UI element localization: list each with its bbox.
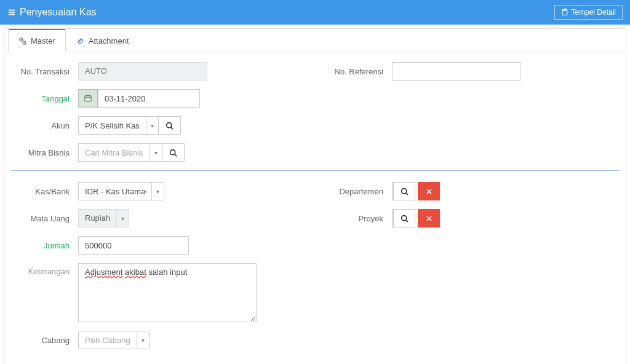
chevron-down-icon[interactable]: ▾ — [152, 182, 164, 200]
mitra-bisnis-select[interactable]: Cari Mitra Bisnis — [78, 143, 150, 162]
clear-icon[interactable]: × — [143, 187, 148, 196]
label-akun: Akun — [10, 121, 78, 130]
close-icon — [426, 188, 433, 195]
no-transaksi-field: AUTO — [78, 62, 207, 81]
tempel-detail-button[interactable]: Tempel Detail — [554, 5, 623, 20]
calendar-icon — [84, 94, 92, 103]
section-divider — [10, 170, 620, 171]
svg-point-15 — [170, 149, 175, 154]
svg-line-18 — [405, 192, 407, 194]
svg-point-6 — [21, 39, 22, 40]
tab-attachment[interactable]: Attachment — [66, 29, 140, 52]
label-cabang: Cabang — [10, 336, 78, 345]
search-icon — [401, 215, 409, 223]
label-jumlah: Jumlah — [10, 241, 78, 250]
jumlah-input[interactable] — [78, 236, 189, 255]
label-mitra-bisnis: Mitra Bisnis — [10, 148, 78, 157]
main-panel: Master Attachment No. Transaksi AUTO No.… — [4, 28, 626, 364]
label-kas-bank: Kas/Bank — [10, 187, 78, 196]
mata-uang-select[interactable]: Rupiah — [78, 209, 117, 228]
calendar-button[interactable] — [78, 89, 98, 108]
close-icon — [426, 215, 433, 222]
page-header: Penyesuaian Kas Tempel Detail — [0, 0, 630, 25]
svg-point-13 — [167, 122, 172, 127]
label-keterangan: Keterangan — [10, 263, 78, 276]
form-body: No. Transaksi AUTO No. Referensi Tanggal — [4, 52, 626, 364]
svg-rect-1 — [9, 12, 15, 13]
svg-point-8 — [24, 42, 25, 43]
chevron-down-icon[interactable]: ▾ — [150, 143, 162, 162]
departemen-remove-button[interactable] — [418, 182, 440, 200]
page-title: Penyesuaian Kas — [7, 7, 97, 18]
svg-rect-4 — [564, 9, 567, 10]
proyek-remove-button[interactable] — [418, 209, 440, 228]
label-tanggal: Tanggal — [10, 94, 78, 103]
svg-line-14 — [171, 127, 173, 129]
svg-line-22 — [405, 220, 407, 221]
chevron-down-icon[interactable]: ▾ — [146, 116, 159, 135]
cabang-select[interactable]: Pilih Cabang — [78, 331, 137, 349]
label-mata-uang: Mata Uang — [10, 214, 78, 223]
paperclip-icon — [76, 37, 85, 46]
kas-bank-select[interactable]: IDR - Kas Utama × — [78, 182, 152, 200]
list-icon — [7, 8, 16, 17]
svg-point-21 — [401, 215, 406, 220]
tanggal-input[interactable] — [98, 89, 200, 108]
akun-select[interactable]: P/K Selisih Kas × — [78, 116, 146, 135]
svg-rect-0 — [9, 10, 15, 11]
cogs-icon — [18, 37, 27, 46]
svg-line-16 — [175, 154, 177, 156]
clear-icon[interactable]: × — [126, 121, 131, 130]
paste-icon — [561, 9, 568, 16]
svg-rect-9 — [85, 96, 92, 102]
label-no-transaksi: No. Transaksi — [10, 67, 78, 76]
search-icon — [401, 188, 409, 196]
label-departemen: Departemen — [324, 187, 392, 196]
tab-master[interactable]: Master — [8, 29, 66, 52]
chevron-down-icon[interactable]: ▾ — [137, 331, 150, 349]
no-referensi-input[interactable] — [392, 62, 521, 81]
label-proyek: Proyek — [324, 214, 392, 223]
svg-point-17 — [401, 188, 406, 193]
chevron-down-icon[interactable]: ▾ — [117, 209, 129, 228]
proyek-search-button[interactable] — [393, 209, 415, 228]
label-no-referensi: No. Referensi — [324, 67, 392, 76]
keterangan-textarea[interactable]: Adjusment akibat salah input — [78, 263, 257, 322]
search-icon — [169, 149, 177, 157]
tabs: Master Attachment — [4, 29, 626, 52]
mitra-bisnis-search-button[interactable] — [162, 143, 185, 162]
search-icon — [165, 122, 173, 130]
akun-search-button[interactable] — [159, 116, 181, 135]
svg-rect-2 — [9, 14, 15, 15]
departemen-search-button[interactable] — [393, 182, 415, 200]
